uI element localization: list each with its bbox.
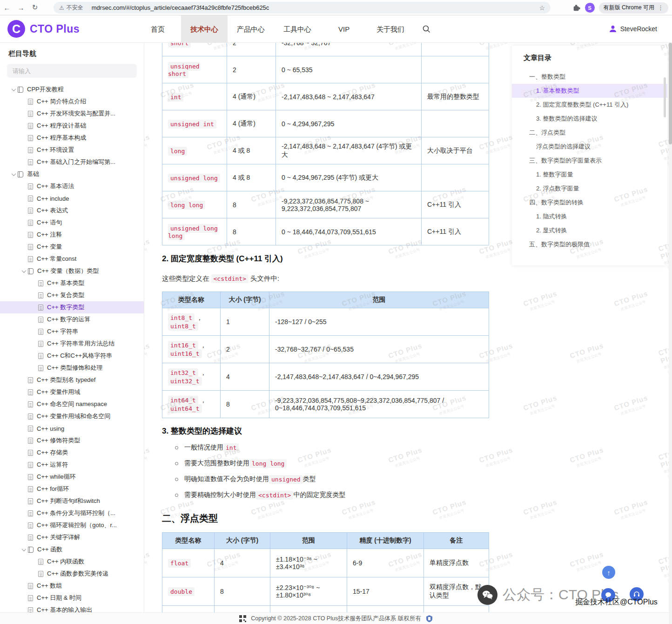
- sidebar-tree-item[interactable]: C++ 循环逻辑控制（goto、r...: [0, 519, 144, 531]
- table-row: int32_t ，uint32_t4-2,147,483,648~2,147,4…: [162, 363, 489, 391]
- chrome-update-button[interactable]: 有新版 Chrome 可用 ⋮: [599, 2, 668, 14]
- sidebar-tree-item[interactable]: C++ 注释: [0, 229, 144, 241]
- tree-item-label: C++ 基础入门之开始编写第...: [37, 158, 115, 166]
- sidebar-tree-item[interactable]: C++ 类型修饰和处理: [0, 362, 144, 374]
- chevron-down-icon: [9, 88, 18, 91]
- sidebar-tree-item[interactable]: C++ 数字的运算: [0, 313, 144, 326]
- sidebar-tree-item[interactable]: C++ 基本类型: [0, 277, 144, 289]
- sidebar-tree-item[interactable]: C++ 命名空间 namespace: [0, 398, 144, 410]
- table-cell: unsigned int: [162, 110, 227, 137]
- sidebar-tree-item[interactable]: C++ 数字类型: [0, 301, 144, 313]
- toc-item[interactable]: 1. 整数字面量: [512, 168, 667, 182]
- sidebar-tree-item[interactable]: C++ 语句: [0, 217, 144, 229]
- toc-item[interactable]: 五、数字类型的极限值: [512, 237, 667, 251]
- sidebar-tree-item[interactable]: C++ 条件分支与循环控制（...: [0, 507, 144, 519]
- toc-item[interactable]: 浮点类型的选择建议: [512, 140, 667, 154]
- sidebar-tree-item[interactable]: C++ 变量作用域: [0, 386, 144, 398]
- toc-item[interactable]: 3. 整数类型的选择建议: [512, 112, 667, 126]
- sidebar-tree-item[interactable]: C++ 简介特点介绍: [0, 95, 144, 108]
- security-label[interactable]: 不安全: [67, 4, 83, 12]
- sidebar-tree-item[interactable]: C++ C和C++风格字符串: [0, 350, 144, 362]
- toc-item[interactable]: 2. 显式转换: [512, 224, 667, 237]
- sidebar-tree: CPP开发教程C++ 简介特点介绍C++ 开发环境安装与配置并...C++ 程序…: [0, 83, 144, 612]
- nav-item-product-center[interactable]: 产品中心: [228, 15, 274, 43]
- sidebar-tree-item[interactable]: C++ 常量const: [0, 253, 144, 265]
- table-cell: 2: [227, 56, 276, 83]
- sidebar-tree-item[interactable]: C++ 基本的输入输出: [0, 604, 144, 612]
- sidebar-tree-item[interactable]: C++ using: [0, 422, 144, 434]
- bookmark-star-icon[interactable]: ☆: [539, 4, 545, 12]
- nav-item-about[interactable]: 关于我们: [367, 15, 414, 43]
- browser-profile-avatar[interactable]: S: [585, 3, 595, 13]
- sidebar-tree-item[interactable]: C++ 修饰符类型: [0, 434, 144, 447]
- sidebar-tree-item[interactable]: C++ 函数: [0, 543, 144, 556]
- sidebar-tree-item[interactable]: C++ 日期 & 时间: [0, 592, 144, 604]
- sidebar-tree-item[interactable]: C++ 基本语法: [0, 180, 144, 192]
- back-icon[interactable]: ←: [0, 4, 14, 12]
- refresh-icon[interactable]: ↻: [28, 3, 42, 12]
- search-icon[interactable]: [422, 25, 431, 34]
- tree-item-label: C++ 注释: [37, 231, 62, 239]
- toc-item[interactable]: 1. 隐式转换: [512, 210, 667, 224]
- toc-scrollbar-thumb[interactable]: [664, 77, 666, 117]
- sidebar-tree-item[interactable]: C++ 存储类: [0, 447, 144, 459]
- article-content: short2-32,768 ~ 32,767unsigned short20 ~…: [144, 43, 512, 612]
- sidebar-tree-item[interactable]: C++ 数组: [0, 580, 144, 592]
- paragraph-text: 这些类型定义在: [162, 275, 211, 282]
- sidebar-tree-item[interactable]: C++ 变量作用域和命名空间: [0, 410, 144, 422]
- sidebar-tree-item[interactable]: C++ for循环: [0, 483, 144, 495]
- extensions-puzzle-icon[interactable]: [572, 4, 581, 12]
- document-icon: [28, 535, 33, 541]
- menu-dots-icon[interactable]: ⋮: [658, 4, 664, 11]
- sidebar-tree-item[interactable]: C++ 关键字详解: [0, 531, 144, 543]
- inline-code: double: [168, 587, 195, 596]
- nav-item-tool-center[interactable]: 工具中心: [274, 15, 321, 43]
- forward-icon[interactable]: →: [14, 4, 28, 12]
- table-cell: -2,147,483,648 ~ 2,147,483,647 (4字节) 或更大: [276, 137, 422, 164]
- address-bar[interactable]: ⚠ 不安全 mdrsec.com/#/ctoplus_article/cecaa…: [54, 2, 551, 14]
- sidebar-tree-item[interactable]: C++ while循环: [0, 471, 144, 483]
- page-scrollbar-thumb[interactable]: [669, 43, 672, 144]
- sidebar-tree-item[interactable]: C++ 变量（数据）类型: [0, 265, 144, 277]
- toc-item[interactable]: 1. 基本整数类型: [512, 84, 667, 98]
- sidebar-tree-item[interactable]: C++ 内联函数: [0, 556, 144, 568]
- toc-item[interactable]: 二、浮点类型: [512, 126, 667, 140]
- sidebar-tree-item[interactable]: C++ 基础入门之开始编写第...: [0, 156, 144, 168]
- sidebar-tree-item[interactable]: CPP开发教程: [0, 83, 144, 95]
- user-account[interactable]: SteveRocket: [609, 25, 657, 33]
- sidebar-tree-item[interactable]: C++ 开发环境安装与配置并...: [0, 108, 144, 120]
- sidebar-tree-item[interactable]: C++ 程序基本构成: [0, 132, 144, 144]
- sidebar-tree-item[interactable]: C++ 程序设计基础: [0, 120, 144, 132]
- sidebar-tree-item[interactable]: 基础: [0, 168, 144, 180]
- table-cell: 2: [227, 43, 276, 56]
- sidebar-tree-item[interactable]: C++ 函数参数完美传递: [0, 568, 144, 580]
- toc-item[interactable]: 一、整数类型: [512, 70, 667, 84]
- sidebar-tree-item[interactable]: C++ 判断语句if和switch: [0, 495, 144, 507]
- toc-item[interactable]: 2. 固定宽度整数类型 (C++11 引入): [512, 98, 667, 112]
- toc-item[interactable]: 2. 浮点数字面量: [512, 182, 667, 196]
- sidebar-tree-item[interactable]: C++ 表达式: [0, 204, 144, 217]
- sidebar-tree-item[interactable]: C++ 变量: [0, 241, 144, 253]
- sidebar-tree-item[interactable]: C++ 字符串: [0, 326, 144, 338]
- sidebar-tree-item[interactable]: C++ 环境设置: [0, 144, 144, 156]
- inline-code: int: [168, 93, 183, 102]
- back-to-top-button[interactable]: ↑: [602, 566, 615, 579]
- sidebar-search-input[interactable]: [7, 64, 137, 78]
- page-scrollbar[interactable]: [669, 43, 672, 624]
- site-logo[interactable]: C CTO Plus: [7, 20, 80, 38]
- sidebar-tree-item[interactable]: C++ 字符串常用方法总结: [0, 338, 144, 350]
- sidebar-tree-item[interactable]: C++ 复合类型: [0, 289, 144, 301]
- toc-item[interactable]: 四、数字类型的转换: [512, 196, 667, 210]
- sidebar-tree-item[interactable]: C++ 运算符: [0, 459, 144, 471]
- table-cell: -128~127 / 0~255: [269, 308, 489, 336]
- sidebar-tree-item[interactable]: C++ include: [0, 192, 144, 204]
- sidebar-tree-item[interactable]: C++ 类型别名 typedef: [0, 374, 144, 386]
- nav-item-tech-center[interactable]: 技术中心: [181, 15, 228, 43]
- url-text[interactable]: mdrsec.com/#/ctoplus_article/cecaaef73f4…: [92, 4, 269, 11]
- document-icon: [28, 595, 33, 601]
- tree-item-label: C++ 常量const: [37, 255, 76, 263]
- toc-item[interactable]: 三、数字类型的字面量表示: [512, 154, 667, 168]
- nav-item-vip[interactable]: VIP: [321, 15, 367, 43]
- document-icon: [28, 196, 33, 202]
- nav-item-home[interactable]: 首页: [134, 15, 181, 43]
